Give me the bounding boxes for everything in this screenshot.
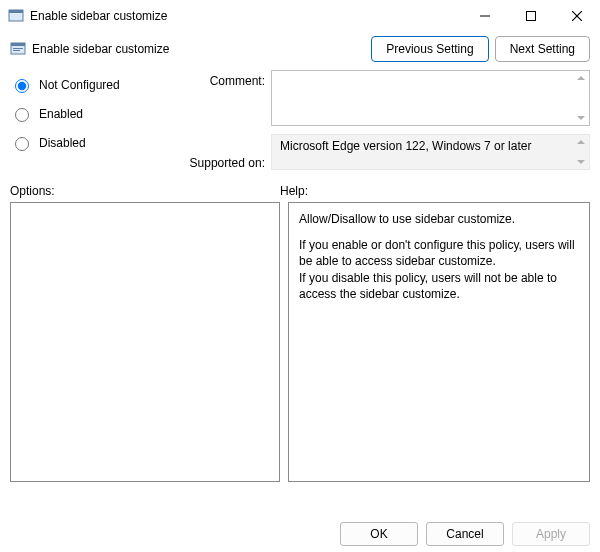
close-button[interactable] — [554, 0, 600, 32]
header: Enable sidebar customize Previous Settin… — [0, 32, 600, 70]
window-title: Enable sidebar customize — [30, 9, 462, 23]
scroll-up-icon[interactable] — [576, 137, 586, 147]
help-text-p1: Allow/Disallow to use sidebar customize. — [299, 211, 579, 227]
options-label: Options: — [10, 184, 280, 198]
help-text-p2: If you enable or don't configure this po… — [299, 237, 579, 269]
policy-title: Enable sidebar customize — [32, 42, 365, 56]
panel-labels: Options: Help: — [0, 170, 600, 202]
app-icon — [8, 8, 24, 24]
apply-button[interactable]: Apply — [512, 522, 590, 546]
options-panel — [10, 202, 280, 482]
supported-on-label: Supported on: — [170, 152, 265, 170]
minimize-button[interactable] — [462, 0, 508, 32]
supported-on-field: Microsoft Edge version 122, Windows 7 or… — [271, 134, 590, 170]
help-label: Help: — [280, 184, 590, 198]
radio-enabled[interactable]: Enabled — [10, 105, 160, 122]
radio-not-configured-label: Not Configured — [39, 78, 120, 92]
radio-not-configured-input[interactable] — [15, 79, 29, 93]
svg-rect-9 — [13, 50, 20, 51]
radio-enabled-input[interactable] — [15, 108, 29, 122]
cancel-button[interactable]: Cancel — [426, 522, 504, 546]
radio-disabled-input[interactable] — [15, 137, 29, 151]
policy-icon — [10, 41, 26, 57]
title-bar: Enable sidebar customize — [0, 0, 600, 32]
svg-rect-8 — [13, 48, 23, 49]
panels: Allow/Disallow to use sidebar customize.… — [0, 202, 600, 482]
svg-rect-3 — [527, 12, 536, 21]
help-panel: Allow/Disallow to use sidebar customize.… — [288, 202, 590, 482]
svg-rect-7 — [11, 43, 25, 46]
footer: OK Cancel Apply — [340, 522, 590, 546]
previous-setting-button[interactable]: Previous Setting — [371, 36, 488, 62]
scroll-up-icon[interactable] — [576, 73, 586, 83]
comment-textarea[interactable] — [271, 70, 590, 126]
scroll-down-icon[interactable] — [576, 113, 586, 123]
radio-disabled-label: Disabled — [39, 136, 86, 150]
svg-rect-1 — [9, 10, 23, 13]
comment-label: Comment: — [170, 70, 265, 88]
maximize-button[interactable] — [508, 0, 554, 32]
state-radio-group: Not Configured Enabled Disabled — [10, 70, 160, 170]
help-text-p3: If you disable this policy, users will n… — [299, 270, 579, 302]
supported-on-value: Microsoft Edge version 122, Windows 7 or… — [280, 139, 531, 153]
window-controls — [462, 0, 600, 32]
scroll-down-icon[interactable] — [576, 157, 586, 167]
radio-enabled-label: Enabled — [39, 107, 83, 121]
next-setting-button[interactable]: Next Setting — [495, 36, 590, 62]
radio-not-configured[interactable]: Not Configured — [10, 76, 160, 93]
ok-button[interactable]: OK — [340, 522, 418, 546]
config-area: Not Configured Enabled Disabled Comment:… — [0, 70, 600, 170]
radio-disabled[interactable]: Disabled — [10, 134, 160, 151]
